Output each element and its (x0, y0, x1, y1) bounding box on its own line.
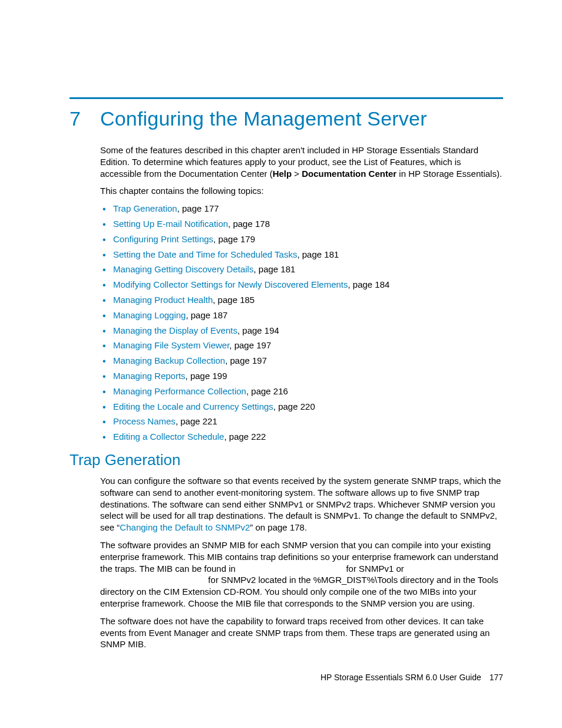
section-heading: Trap Generation (70, 451, 503, 469)
toc-suffix: , page 179 (213, 234, 255, 244)
toc-link[interactable]: Editing a Collector Schedule (113, 431, 224, 442)
top-rule (70, 97, 503, 99)
chapter-heading: 7 Configuring the Management Server (70, 107, 503, 130)
toc-item: Managing Logging, page 187 (100, 309, 503, 321)
toc-item: Managing Getting Discovery Details, page… (100, 263, 503, 275)
toc-item: Editing the Locale and Currency Settings… (100, 401, 503, 413)
section-p3: The software does not have the capabilit… (100, 615, 503, 650)
toc-item: Managing Backup Collection, page 197 (100, 355, 503, 367)
intro-tail: in HP Storage Essentials). (396, 169, 502, 179)
toc-item: Setting Up E-mail Notification, page 178 (100, 218, 503, 230)
toc-link[interactable]: Process Names (113, 416, 176, 426)
toc-link[interactable]: Trap Generation (113, 203, 177, 213)
chapter-title: Configuring the Management Server (100, 107, 427, 130)
toc-suffix: , page 181 (297, 249, 339, 259)
chapter-number: 7 (70, 107, 100, 130)
intro-paragraph-2: This chapter contains the following topi… (100, 185, 503, 197)
toc-suffix: , page 177 (177, 203, 219, 213)
doc-center-bold: Documentation Center (302, 169, 396, 179)
footer-text: HP Storage Essentials SRM 6.0 User Guide (320, 673, 481, 682)
toc-suffix: , page 216 (246, 386, 288, 396)
toc-suffix: , page 220 (273, 401, 315, 411)
section-p2: The software provides an SNMP MIB for ea… (100, 539, 503, 610)
toc-link[interactable]: Managing Backup Collection (113, 355, 225, 365)
page-container: 7 Configuring the Management Server Some… (0, 0, 562, 650)
toc-link[interactable]: Setting Up E-mail Notification (113, 219, 228, 229)
toc-item: Managing Performance Collection, page 21… (100, 386, 503, 397)
section-p1: You can configure the software so that e… (100, 475, 503, 533)
toc-suffix: , page 178 (228, 219, 270, 229)
intro-paragraph-1: Some of the features described in this c… (100, 144, 503, 179)
toc-link[interactable]: Configuring Print Settings (113, 234, 213, 244)
toc-link[interactable]: Managing the Display of Events (113, 325, 237, 335)
toc-link[interactable]: Setting the Date and Time for Scheduled … (113, 249, 297, 259)
toc-suffix: , page 222 (224, 431, 266, 442)
intro-sep: > (292, 169, 302, 179)
toc-link[interactable]: Managing File System Viewer (113, 340, 229, 350)
toc-link[interactable]: Managing Performance Collection (113, 386, 246, 396)
toc-item: Managing the Display of Events, page 194 (100, 325, 503, 337)
help-bold: Help (273, 169, 292, 179)
toc-suffix: , page 184 (348, 279, 390, 289)
toc-suffix: , page 199 (186, 371, 227, 381)
toc-item: Trap Generation, page 177 (100, 203, 503, 215)
section-body: You can configure the software so that e… (100, 475, 503, 650)
toc-link[interactable]: Managing Getting Discovery Details (113, 264, 253, 274)
toc-item: Managing Reports, page 199 (100, 370, 503, 382)
toc-item: Process Names, page 221 (100, 416, 503, 427)
toc-link[interactable]: Modifying Collector Settings for Newly D… (113, 279, 348, 289)
page-footer: HP Storage Essentials SRM 6.0 User Guide… (320, 673, 503, 682)
toc-suffix: , page 197 (229, 340, 271, 350)
toc-suffix: , page 187 (186, 310, 227, 320)
toc-item: Modifying Collector Settings for Newly D… (100, 279, 503, 291)
toc-suffix: , page 197 (225, 355, 267, 365)
toc-item: Managing Product Health, page 185 (100, 294, 503, 306)
toc-item: Configuring Print Settings, page 179 (100, 233, 503, 245)
toc-suffix: , page 181 (253, 264, 295, 274)
toc-suffix: , page 194 (237, 325, 279, 335)
toc-list: Trap Generation, page 177 Setting Up E-m… (100, 203, 503, 443)
toc-link[interactable]: Managing Reports (113, 371, 186, 381)
toc-item: Managing File System Viewer, page 197 (100, 340, 503, 351)
toc-link[interactable]: Managing Logging (113, 310, 186, 320)
toc-item: Editing a Collector Schedule, page 222 (100, 431, 503, 443)
toc-item: Setting the Date and Time for Scheduled … (100, 249, 503, 261)
toc-link[interactable]: Managing Product Health (113, 295, 213, 305)
section-p1-tail: ” on page 178. (250, 522, 307, 532)
toc-link[interactable]: Editing the Locale and Currency Settings (113, 401, 273, 411)
inline-link-snmpv2[interactable]: Changing the Default to SNMPv2 (120, 522, 250, 532)
page-number: 177 (490, 673, 503, 682)
body-content: Some of the features described in this c… (100, 144, 503, 443)
toc-suffix: , page 185 (213, 295, 254, 305)
toc-suffix: , page 221 (176, 416, 217, 426)
